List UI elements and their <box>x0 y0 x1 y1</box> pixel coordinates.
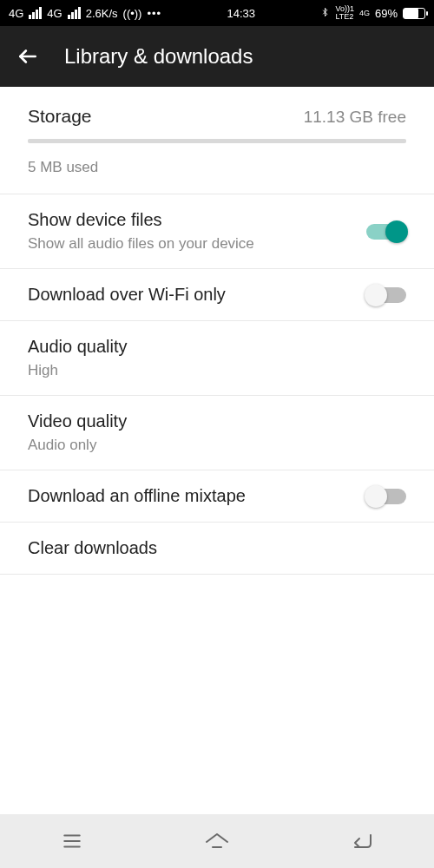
back-nav-button[interactable] <box>345 824 379 858</box>
setting-title: Show device files <box>28 210 352 230</box>
setting-offline-mixtape[interactable]: Download an offline mixtape <box>0 470 434 523</box>
page-title: Library & downloads <box>64 44 253 69</box>
recent-apps-button[interactable] <box>55 824 89 858</box>
storage-free: 11.13 GB free <box>304 108 406 127</box>
setting-title: Download an offline mixtape <box>28 486 352 506</box>
storage-used: 5 MB used <box>28 159 406 176</box>
system-nav-bar <box>0 814 434 868</box>
setting-clear-downloads[interactable]: Clear downloads <box>0 523 434 575</box>
volte-label: Vo))1 LTE2 <box>335 5 354 21</box>
setting-sub: Show all audio files on your device <box>28 235 352 253</box>
setting-title: Video quality <box>28 411 406 431</box>
storage-bar <box>28 139 406 143</box>
network-label-2: 4G <box>47 7 62 20</box>
network-right: 4G <box>359 10 370 17</box>
setting-sub: High <box>28 362 406 379</box>
toggle-offline-mixtape[interactable] <box>366 489 406 504</box>
setting-title: Audio quality <box>28 337 406 357</box>
setting-title: Clear downloads <box>28 538 406 558</box>
battery-percent: 69% <box>375 7 398 20</box>
setting-show-device-files[interactable]: Show device files Show all audio files o… <box>0 194 434 269</box>
battery-icon <box>403 8 425 19</box>
signal-icon-1 <box>29 7 42 19</box>
settings-list: Storage 11.13 GB free 5 MB used Show dev… <box>0 87 434 575</box>
setting-video-quality[interactable]: Video quality Audio only <box>0 396 434 470</box>
bluetooth-icon <box>320 6 330 21</box>
setting-wifi-only[interactable]: Download over Wi-Fi only <box>0 269 434 321</box>
toggle-wifi-only[interactable] <box>366 287 406 303</box>
storage-title: Storage <box>28 106 92 127</box>
network-label-1: 4G <box>9 7 23 20</box>
back-button[interactable] <box>16 44 40 69</box>
storage-section[interactable]: Storage 11.13 GB free 5 MB used <box>0 87 434 194</box>
clock: 14:33 <box>227 7 255 20</box>
status-bar: 4G 4G 2.6K/s ((•)) ••• 14:33 Vo))1 LTE2 … <box>0 0 434 26</box>
setting-audio-quality[interactable]: Audio quality High <box>0 321 434 396</box>
hotspot-icon: ((•)) <box>123 7 142 20</box>
network-speed: 2.6K/s <box>86 7 118 20</box>
home-button[interactable] <box>200 824 234 858</box>
setting-sub: Audio only <box>28 437 406 454</box>
setting-title: Download over Wi-Fi only <box>28 285 352 305</box>
more-icon: ••• <box>147 7 161 20</box>
toggle-show-device-files[interactable] <box>366 224 406 240</box>
app-bar: Library & downloads <box>0 26 434 87</box>
signal-icon-2 <box>68 7 81 19</box>
